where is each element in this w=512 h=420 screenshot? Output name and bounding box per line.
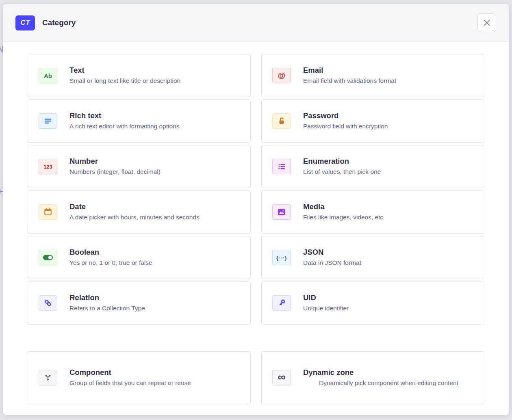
enumeration-field-icon — [272, 159, 291, 174]
dynamiczone-field-icon: ∞ — [272, 370, 291, 385]
field-title: UID — [303, 293, 474, 302]
modal-title: Category — [42, 18, 76, 27]
password-field-icon — [272, 113, 291, 129]
field-description: Files like images, videos, etc — [303, 213, 474, 222]
relation-field-icon — [39, 295, 57, 311]
field-card-richtext[interactable]: Rich text A rich text editor with format… — [28, 100, 251, 143]
field-card-email[interactable]: @ Email Email field with validations for… — [261, 54, 484, 97]
field-card-number[interactable]: 123 Number Numbers (integer, float, deci… — [28, 145, 251, 188]
field-title: Number — [69, 156, 241, 166]
field-card-media[interactable]: Media Files like images, videos, etc — [261, 191, 484, 234]
field-title: Rich text — [69, 111, 241, 120]
field-type-modal: CT Category Ab Text Small or long text l… — [3, 4, 509, 415]
field-title: JSON — [303, 247, 474, 257]
field-title: Enumeration — [303, 156, 474, 166]
field-title: Component — [69, 368, 241, 377]
field-description: A rich text editor with formatting optio… — [69, 122, 241, 131]
boolean-field-icon — [39, 250, 57, 265]
field-description: Email field with validations format — [303, 76, 474, 85]
field-title: Text — [69, 65, 241, 75]
field-description: Password field with encryption — [303, 122, 474, 131]
json-field-icon: {···} — [272, 250, 291, 265]
field-description: Yes or no, 1 or 0, true or false — [69, 258, 241, 267]
close-button[interactable] — [477, 13, 496, 32]
field-description: Dynamically pick component when editing … — [311, 379, 466, 388]
field-title: Relation — [69, 293, 241, 302]
field-title: Boolean — [69, 247, 241, 257]
field-description: Unique identifier — [303, 304, 474, 313]
modal-body: Ab Text Small or long text like title or… — [3, 42, 509, 415]
field-title: Dynamic zone — [303, 368, 474, 377]
field-description: Numbers (integer, float, decimal) — [69, 167, 241, 176]
field-title: Date — [69, 202, 241, 211]
field-card-relation[interactable]: Relation Refers to a Collection Type — [28, 281, 251, 325]
number-field-icon: 123 — [39, 159, 57, 174]
field-title: Email — [303, 65, 474, 75]
field-description: A date picker with hours, minutes and se… — [69, 213, 241, 222]
field-description: Refers to a Collection Type — [69, 304, 241, 313]
field-card-date[interactable]: Date A date picker with hours, minutes a… — [28, 191, 251, 234]
field-card-component[interactable]: Component Group of fields that you can r… — [28, 351, 251, 404]
field-type-grid: Ab Text Small or long text like title or… — [28, 54, 484, 325]
email-field-icon: @ — [272, 68, 291, 83]
field-card-dynamiczone[interactable]: ∞ Dynamic zone Dynamically pick componen… — [261, 351, 484, 404]
richtext-field-icon — [39, 113, 57, 129]
close-icon — [482, 18, 491, 27]
field-description: Data in JSON format — [303, 258, 474, 267]
modal-header: CT Category — [3, 4, 509, 42]
collection-type-badge: CT — [15, 15, 35, 30]
field-card-uid[interactable]: UID Unique identifier — [261, 281, 484, 325]
field-description: Group of fields that you can repeat or r… — [69, 379, 241, 388]
field-title: Media — [303, 202, 474, 211]
date-field-icon — [39, 204, 57, 220]
field-description: Small or long text like title or descrip… — [69, 76, 241, 85]
advanced-field-grid: Component Group of fields that you can r… — [28, 351, 484, 404]
field-title: Password — [303, 111, 474, 120]
uid-field-icon — [272, 295, 291, 311]
media-field-icon — [272, 204, 291, 220]
component-field-icon — [39, 370, 57, 385]
field-description: List of values, then pick one — [303, 167, 474, 176]
underlay-partial-plus: + — [0, 185, 3, 198]
field-card-json[interactable]: {···} JSON Data in JSON format — [261, 236, 484, 279]
text-field-icon: Ab — [39, 68, 57, 83]
field-card-password[interactable]: Password Password field with encryption — [261, 100, 484, 143]
field-card-enumeration[interactable]: Enumeration List of values, then pick on… — [261, 145, 484, 188]
field-card-text[interactable]: Ab Text Small or long text like title or… — [28, 54, 251, 97]
field-card-boolean[interactable]: Boolean Yes or no, 1 or 0, true or false — [28, 236, 251, 279]
